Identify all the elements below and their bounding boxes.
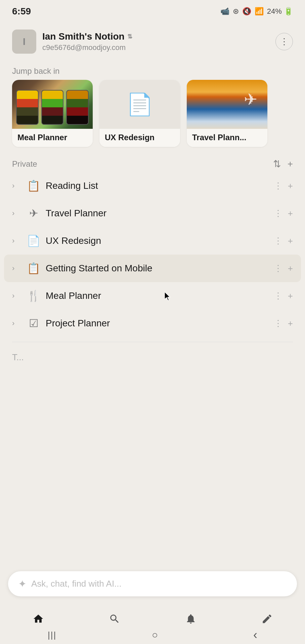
card-ux-redesign-footer: UX Redesign [99,129,180,147]
getting-started-add-icon[interactable]: + [288,263,293,274]
header-left[interactable]: I Ian Smith's Notion ⇅ c9e5676d@moodjoy.… [12,30,132,54]
chevron-right-icon: › [12,319,21,328]
list-item-getting-started[interactable]: › 📋 Getting Started on Mobile ⋮ + [4,255,301,282]
meal-planner-more-icon[interactable]: ⋮ [274,291,282,301]
jump-back-cards: Meal Planner 📄 UX Redesign ✈ Travel Plan… [0,80,305,150]
card-ux-redesign[interactable]: 📄 UX Redesign [99,80,180,147]
status-icons: 📹 ⊛ 🔇 📶 24% 🔋 [220,7,293,16]
list-item-ux-redesign[interactable]: › 📄 UX Redesign ⋮ + [4,227,301,255]
private-section-header: Private ⇅ + [0,150,305,172]
back-button[interactable]: ‹ [253,628,257,642]
card-meal-planner-footer: Meal Planner [12,129,93,147]
getting-started-more-icon[interactable]: ⋮ [274,263,282,274]
card-meal-planner-label: Meal Planner [17,133,87,142]
chevron-right-icon: › [12,264,21,273]
battery-text: 24% 🔋 [267,7,293,16]
workspace-toggle-icon: ⇅ [127,33,132,40]
reading-list-actions: ⋮ + [274,181,293,191]
system-navigation: ||| ○ ‹ [0,628,305,644]
travel-planner-add-icon[interactable]: + [288,208,293,219]
avatar: I [12,30,36,54]
travel-planner-actions: ⋮ + [274,208,293,219]
camera-icon: 📹 [220,7,229,16]
private-label: Private [12,159,37,169]
jump-back-label: Jump back in [0,60,305,80]
list-item-reading-list[interactable]: › 📋 Reading List ⋮ + [4,172,301,200]
travel-planner-label: Travel Planner [46,208,269,219]
project-planner-icon: ☑ [26,317,41,330]
chevron-right-icon: › [12,209,21,218]
chevron-right-icon: › [12,181,21,190]
card-meal-planner-image [12,80,93,129]
meal-planner-label: Meal Planner [46,290,269,301]
nav-search-button[interactable] [109,613,120,625]
travel-planner-more-icon[interactable]: ⋮ [274,208,282,219]
doc-icon: 📄 [126,92,153,117]
home-system-button[interactable]: ○ [152,629,158,641]
ux-redesign-actions: ⋮ + [274,236,293,246]
status-bar: 6:59 📹 ⊛ 🔇 📶 24% 🔋 [0,0,305,20]
list-item-travel-planner[interactable]: › ✈ Travel Planner ⋮ + [4,200,301,227]
project-planner-label: Project Planner [46,318,269,329]
list-item-project-planner[interactable]: › ☑ Project Planner ⋮ + [4,310,301,337]
status-time: 6:59 [12,6,31,17]
card-ux-redesign-label: UX Redesign [105,133,175,142]
bottom-navigation [0,608,305,628]
reading-list-label: Reading List [46,180,269,191]
bluetooth-icon: ⊛ [233,7,239,16]
wifi-icon: 📶 [255,7,264,16]
ux-redesign-label: UX Redesign [46,235,269,246]
nav-edit-button[interactable] [261,613,273,625]
chevron-right-icon: › [12,236,21,245]
meal-planner-actions: ⋮ + [274,291,293,301]
nav-notifications-button[interactable] [185,613,197,625]
project-planner-actions: ⋮ + [274,318,293,329]
card-travel-planner[interactable]: ✈ Travel Plann... [187,80,267,147]
private-list: › 📋 Reading List ⋮ + › ✈ Travel Planner … [0,172,305,337]
workspace-name[interactable]: Ian Smith's Notion ⇅ [42,31,132,42]
add-page-button[interactable]: + [288,159,293,169]
list-item-meal-planner[interactable]: › 🍴 Meal Planner ⋮ + [4,282,301,310]
more-options-button[interactable]: ⋮ [275,33,293,50]
ai-spark-icon: ✦ [18,578,27,590]
private-actions: ⇅ + [273,158,293,169]
ux-redesign-icon: 📄 [26,234,41,247]
reading-list-more-icon[interactable]: ⋮ [274,181,282,191]
card-travel-planner-label: Travel Plann... [192,133,262,142]
ai-input-placeholder: Ask, chat, find with AI... [31,579,287,589]
nav-home-button[interactable] [33,613,44,625]
chevron-right-icon: › [12,291,21,300]
plane-icon: ✈ [244,90,257,109]
card-ux-redesign-image: 📄 [99,80,180,129]
travel-planner-icon: ✈ [26,207,41,220]
card-travel-planner-footer: Travel Plann... [187,129,267,147]
home-icon [33,613,44,625]
meal-planner-add-icon[interactable]: + [288,291,293,301]
more-dots-icon: ⋮ [280,37,289,47]
getting-started-label: Getting Started on Mobile [46,263,269,274]
project-planner-more-icon[interactable]: ⋮ [274,318,282,329]
bell-icon [185,613,197,625]
section-divider [12,342,293,342]
card-meal-planner[interactable]: Meal Planner [12,80,93,147]
ai-search-bar[interactable]: ✦ Ask, chat, find with AI... [8,571,297,596]
header: I Ian Smith's Notion ⇅ c9e5676d@moodjoy.… [0,20,305,60]
project-planner-add-icon[interactable]: + [288,318,293,329]
meal-planner-icon: 🍴 [26,289,41,302]
reading-list-icon: 📋 [26,179,41,192]
card-travel-planner-image: ✈ [187,80,267,129]
sort-button[interactable]: ⇅ [273,158,281,169]
teamspaces-peek: T... [0,347,305,365]
edit-icon [261,613,273,625]
getting-started-icon: 📋 [26,262,41,275]
search-icon [109,613,120,625]
reading-list-add-icon[interactable]: + [288,181,293,191]
recents-button[interactable]: ||| [48,630,56,640]
getting-started-actions: ⋮ + [274,263,293,274]
header-info: Ian Smith's Notion ⇅ c9e5676d@moodjoy.co… [42,31,132,52]
mute-icon: 🔇 [242,7,251,16]
ux-redesign-add-icon[interactable]: + [288,236,293,246]
ux-redesign-more-icon[interactable]: ⋮ [274,236,282,246]
user-email: c9e5676d@moodjoy.com [42,43,132,52]
ai-bar-container: ✦ Ask, chat, find with AI... [0,571,305,600]
